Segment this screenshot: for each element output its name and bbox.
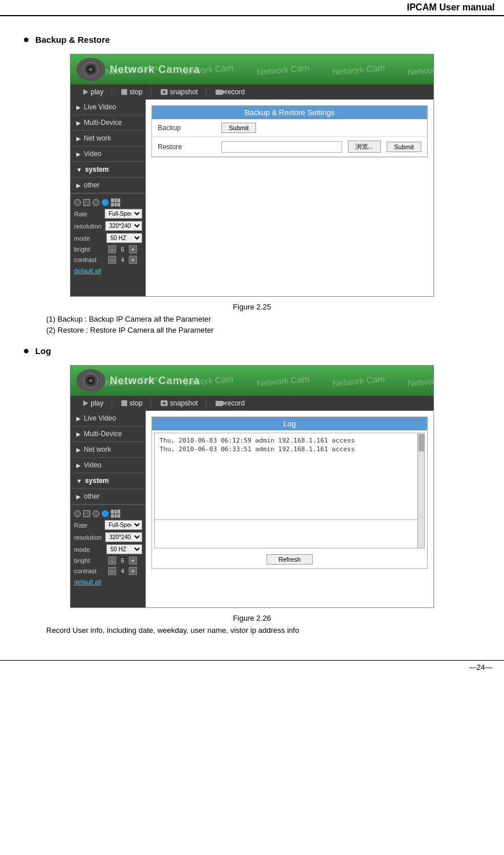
contrast-value: 4 xyxy=(118,257,127,263)
contrast-minus-2[interactable]: - xyxy=(108,567,116,575)
restore-row: Restore 浏览... Submit xyxy=(152,137,427,157)
snapshot-btn-2[interactable]: snapshot xyxy=(153,398,207,408)
section1-label: Backup & Restore xyxy=(35,35,110,45)
ctrl-circle-4[interactable] xyxy=(74,510,81,517)
log-panel: Log Thu, 2010-06-03 06:12:59 admin 192.1… xyxy=(151,417,428,569)
stop-btn[interactable]: stop xyxy=(113,87,151,97)
cam-body-2: ▶ Live Video ▶ Multi-Device ▶ Net work ▶… xyxy=(71,411,433,607)
ctrl-grid-2[interactable] xyxy=(111,510,120,518)
stop-icon-2 xyxy=(121,400,127,406)
ctrl-rate-row: Rate Full-Speed xyxy=(74,209,142,219)
stop-btn-2[interactable]: stop xyxy=(113,398,151,408)
watermark: Network Cam xyxy=(332,62,385,77)
arrow-icon: ▶ xyxy=(76,431,81,437)
sidebar-item-other[interactable]: ▶ other xyxy=(71,178,146,193)
sidebar2-item-other[interactable]: ▶ other xyxy=(71,489,146,504)
play-btn-2[interactable]: play xyxy=(75,398,112,408)
resolution-select[interactable]: 320*240 xyxy=(105,221,142,231)
ctrl-circle-1[interactable] xyxy=(74,199,81,206)
backup-submit-btn[interactable]: Submit xyxy=(221,123,256,133)
sidebar-label: Live Video xyxy=(84,103,116,111)
bright-plus-2[interactable]: + xyxy=(129,557,137,565)
figure2-caption: Figure 2.26 xyxy=(23,614,481,622)
bright-label-2: bright xyxy=(74,557,106,564)
sidebar-item-network[interactable]: ▶ Net work xyxy=(71,131,146,146)
bright-minus[interactable]: - xyxy=(108,245,116,253)
ctrl-circle-3[interactable] xyxy=(102,199,109,206)
sidebar-item-multidevice[interactable]: ▶ Multi-Device xyxy=(71,115,146,131)
camera-widget-2: Network Cam Network Cam Network Cam Netw… xyxy=(70,365,434,608)
bright-plus[interactable]: + xyxy=(129,245,137,253)
log-scrollbar[interactable] xyxy=(417,433,424,548)
backup-label: Backup xyxy=(158,124,216,132)
mode-label: mode xyxy=(74,235,104,242)
bullet2: ● xyxy=(23,345,29,357)
arrow-icon: ▶ xyxy=(76,120,81,126)
sidebar2-item-livevideo[interactable]: ▶ Live Video xyxy=(71,411,146,426)
contrast-minus[interactable]: - xyxy=(108,256,116,264)
ctrl-mode-row4: mode 50 HZ xyxy=(74,544,142,554)
log-refresh-btn[interactable]: Refresh xyxy=(266,554,313,565)
rate-select-2[interactable]: Full-Speed xyxy=(105,520,142,530)
log-scrollbar-thumb[interactable] xyxy=(418,434,424,451)
sidebar-item-video[interactable]: ▶ Video xyxy=(71,146,146,162)
backup-panel-title: Backup & Restore Settings xyxy=(152,106,427,119)
default-all-link[interactable]: default all xyxy=(74,267,142,274)
snapshot-btn[interactable]: snapshot xyxy=(153,87,207,97)
sidebar-label: Net work xyxy=(84,445,111,454)
rate-select[interactable]: Full-Speed xyxy=(105,209,142,219)
sidebar2-item-system[interactable]: ▼ system xyxy=(71,473,146,489)
sidebar2-item-network[interactable]: ▶ Net work xyxy=(71,442,146,458)
restore-file-input[interactable] xyxy=(221,141,342,153)
ctrl-circle-5[interactable] xyxy=(92,510,99,517)
rate-label-2: Rate xyxy=(74,522,102,529)
arrow-icon: ▶ xyxy=(76,415,81,422)
watermark: Network Cam xyxy=(407,374,433,388)
cam-sidebar-1: ▶ Live Video ▶ Multi-Device ▶ Net work ▶… xyxy=(71,99,146,296)
sidebar-label: other xyxy=(84,492,99,500)
contrast-value-2: 4 xyxy=(118,568,127,574)
play-btn[interactable]: play xyxy=(75,87,112,97)
sidebar-item-system[interactable]: ▼ system xyxy=(71,162,146,178)
contrast-plus-2[interactable]: + xyxy=(129,567,137,575)
mode-label-2: mode xyxy=(74,546,104,553)
sidebar-label: Live Video xyxy=(84,414,116,422)
record-btn[interactable]: record xyxy=(207,87,253,97)
contrast-plus[interactable]: + xyxy=(129,256,137,264)
arrow-icon: ▶ xyxy=(76,493,81,500)
svg-point-2 xyxy=(89,68,92,71)
sidebar-label: Net work xyxy=(84,134,111,142)
mode-select[interactable]: 50 HZ xyxy=(106,233,142,243)
section2-title: ● Log xyxy=(23,345,481,357)
sidebar-item-livevideo[interactable]: ▶ Live Video xyxy=(71,99,146,115)
ctrl-circle-6[interactable] xyxy=(102,510,109,517)
resolution-select-2[interactable]: 320*240 xyxy=(105,532,142,542)
arrow-icon: ▶ xyxy=(76,135,81,142)
default-all-link-2[interactable]: default all xyxy=(74,578,142,585)
page-footer: —24— xyxy=(0,660,504,663)
sidebar-label: other xyxy=(84,181,99,189)
watermark: Network Cam xyxy=(256,62,309,77)
bright-minus-2[interactable]: - xyxy=(108,557,116,565)
ctrl-bright-row: bright - 6 + xyxy=(74,245,142,253)
sidebar2-item-multidevice[interactable]: ▶ Multi-Device xyxy=(71,426,146,442)
record-btn-2[interactable]: record xyxy=(207,398,253,408)
ctrl-square-1[interactable] xyxy=(83,199,90,206)
cam-title-1: Network Camera xyxy=(110,64,200,76)
cam-body-1: ▶ Live Video ▶ Multi-Device ▶ Net work ▶… xyxy=(71,99,433,296)
cam-header-1: Network Cam Network Cam Network Cam Netw… xyxy=(71,54,433,84)
sidebar2-item-video[interactable]: ▶ Video xyxy=(71,458,146,473)
arrow-icon: ▶ xyxy=(76,151,81,157)
ctrl-grid-1[interactable] xyxy=(111,198,120,207)
ctrl-circle-2[interactable] xyxy=(92,199,99,206)
log-scroll-area[interactable]: Thu, 2010-06-03 06:12:59 admin 192.168.1… xyxy=(154,433,425,548)
sidebar-controls-1: Rate Full-Speed resolution 320*240 mode xyxy=(71,193,146,279)
log-content: Thu, 2010-06-03 06:12:59 admin 192.168.1… xyxy=(155,433,424,520)
figure2-desc: Record User info, including date, weekda… xyxy=(23,626,481,635)
restore-browse-btn[interactable]: 浏览... xyxy=(348,141,381,153)
sidebar-label: system xyxy=(85,477,109,485)
ctrl-square-2[interactable] xyxy=(83,510,90,517)
sidebar-label: Video xyxy=(84,150,101,158)
restore-submit-btn[interactable]: Submit xyxy=(387,142,421,152)
mode-select-2[interactable]: 50 HZ xyxy=(106,544,142,554)
